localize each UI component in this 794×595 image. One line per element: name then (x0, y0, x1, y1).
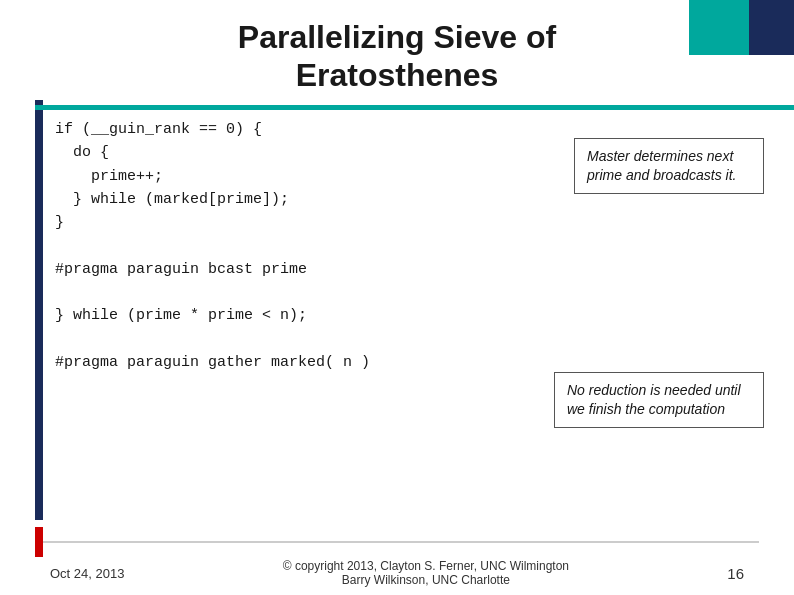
callout-master: Master determines next prime and broadca… (574, 138, 764, 194)
footer: Oct 24, 2013 © copyright 2013, Clayton S… (50, 559, 744, 587)
callout-master-text: Master determines next prime and broadca… (587, 148, 736, 183)
callout-noreduction-text: No reduction is needed until we finish t… (567, 382, 741, 417)
title-underline (35, 105, 794, 110)
left-vertical-bar (35, 100, 43, 520)
slide-title: Parallelizing Sieve of Eratosthenes (0, 18, 794, 95)
footer-left-accent (35, 527, 43, 557)
callout-noreduction: No reduction is needed until we finish t… (554, 372, 764, 428)
footer-date: Oct 24, 2013 (50, 566, 124, 581)
title-area: Parallelizing Sieve of Eratosthenes (0, 18, 794, 95)
code-block-2: #pragma paraguin bcast prime (55, 258, 774, 281)
code-block-3: } while (prime * prime < n); (55, 304, 774, 327)
title-line1: Parallelizing Sieve of (238, 19, 556, 55)
footer-line (35, 541, 759, 543)
code-block-4: #pragma paraguin gather marked( n ) (55, 351, 774, 374)
footer-copyright: © copyright 2013, Clayton S. Ferner, UNC… (134, 559, 717, 587)
footer-page: 16 (727, 565, 744, 582)
title-line2: Eratosthenes (296, 57, 499, 93)
